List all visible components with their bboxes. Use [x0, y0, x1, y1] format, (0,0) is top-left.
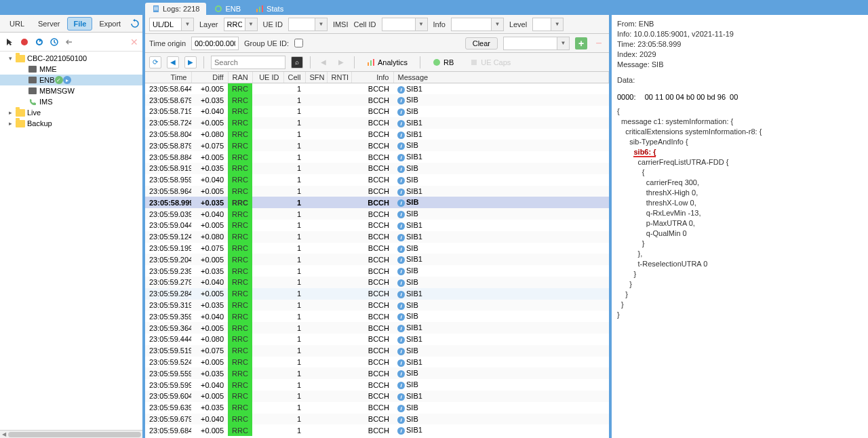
tree-toggle-icon[interactable]: ▾: [7, 55, 14, 62]
log-row[interactable]: 23:05:59.124+0.080RRC1BCCHiSIB1: [145, 231, 609, 243]
rb-button[interactable]: RB: [427, 57, 459, 68]
log-row[interactable]: 23:05:59.279+0.040RRC1BCCHiSIB: [145, 277, 609, 288]
nav-up-icon[interactable]: ⟳: [149, 56, 161, 68]
log-row[interactable]: 23:05:58.999+0.035RRC1BCCHiSIB: [145, 197, 609, 208]
tree-label: IMS: [39, 98, 53, 106]
chevron-down-icon[interactable]: ▼: [492, 18, 504, 31]
log-row[interactable]: 23:05:59.359+0.040RRC1BCCHiSIB: [145, 311, 609, 322]
tree-toggle-icon[interactable]: ▸: [7, 120, 14, 127]
log-row[interactable]: 23:05:58.964+0.005RRC1BCCHiSIB1: [145, 186, 609, 197]
log-row[interactable]: 23:05:58.644+0.005RRC1BCCHiSIB1: [145, 83, 609, 95]
record-icon[interactable]: [19, 37, 30, 47]
log-row[interactable]: 23:05:59.519+0.075RRC1BCCHiSIB: [145, 345, 609, 357]
log-row[interactable]: 23:05:59.684+0.005RRC1BCCHiSIB1: [145, 424, 609, 436]
log-row[interactable]: 23:05:59.204+0.005RRC1BCCHiSIB1: [145, 254, 609, 265]
chevron-down-icon[interactable]: ▼: [416, 18, 428, 31]
add-filter-button[interactable]: +: [575, 37, 587, 49]
log-row[interactable]: 23:05:59.559+0.035RRC1BCCHiSIB: [145, 367, 609, 379]
log-row[interactable]: 23:05:59.604+0.005RRC1BCCHiSIB1: [145, 391, 609, 402]
log-row[interactable]: 23:05:59.039+0.040RRC1BCCHiSIB: [145, 208, 609, 220]
server-button[interactable]: Server: [32, 17, 66, 31]
tab-enb[interactable]: ENB: [208, 3, 248, 15]
analytics-button[interactable]: Analytics: [361, 57, 413, 68]
nav-prev-icon[interactable]: ◀: [167, 56, 179, 68]
layer-combo[interactable]: ▼: [224, 18, 258, 31]
tab-logs[interactable]: Logs: 2218: [145, 3, 206, 15]
tab-stats[interactable]: Stats: [249, 3, 290, 15]
tree-node-mme[interactable]: MME: [0, 64, 142, 75]
tree-node-cbc-2021050100[interactable]: ▾CBC-2021050100: [0, 53, 142, 64]
col-cell[interactable]: Cell: [283, 72, 305, 83]
log-row[interactable]: 23:05:58.679+0.035RRC1BCCHiSIB: [145, 94, 609, 106]
clear-icon[interactable]: [64, 37, 75, 47]
log-row[interactable]: 23:05:59.444+0.080RRC1BCCHiSIB1: [145, 334, 609, 345]
log-row[interactable]: 23:05:59.679+0.040RRC1BCCHiSIB: [145, 414, 609, 425]
uecaps-button[interactable]: UE Caps: [465, 57, 516, 68]
col-rnti[interactable]: RNTI: [327, 72, 351, 83]
col-diff[interactable]: Diff: [191, 72, 228, 83]
log-row[interactable]: 23:05:59.319+0.035RRC1BCCHiSIB: [145, 300, 609, 311]
col-info[interactable]: Info: [351, 72, 393, 83]
log-row[interactable]: 23:05:58.919+0.035RRC1BCCHiSIB: [145, 163, 609, 174]
log-row[interactable]: 23:05:58.719+0.040RRC1BCCHiSIB: [145, 106, 609, 117]
col-sfn[interactable]: SFN: [305, 72, 327, 83]
chevron-down-icon[interactable]: ▼: [245, 18, 258, 31]
chevron-down-icon[interactable]: ▼: [182, 18, 194, 31]
find-next-icon[interactable]: ▶: [335, 56, 347, 68]
file-button[interactable]: File: [67, 17, 92, 31]
log-row[interactable]: 23:05:59.284+0.005RRC1BCCHiSIB1: [145, 288, 609, 300]
refresh-icon: [214, 5, 222, 13]
tree-node-live[interactable]: ▸Live: [0, 107, 142, 118]
info-icon: i: [397, 188, 405, 196]
tree-node-mbmsgw[interactable]: MBMSGW: [0, 85, 142, 96]
log-row[interactable]: 23:05:58.804+0.080RRC1BCCHiSIB1: [145, 129, 609, 140]
filter-slot-combo[interactable]: ▼: [503, 37, 570, 50]
log-row[interactable]: 23:05:59.599+0.040RRC1BCCHiSIB: [145, 379, 609, 391]
log-row[interactable]: 23:05:59.639+0.035RRC1BCCHiSIB: [145, 402, 609, 414]
refresh-icon[interactable]: [130, 18, 140, 29]
log-row[interactable]: 23:05:59.524+0.005RRC1BCCHiSIB1: [145, 357, 609, 368]
restart-icon[interactable]: [34, 37, 45, 47]
url-button[interactable]: URL: [3, 17, 31, 31]
tree-scrollbar[interactable]: ◀ ▶: [0, 430, 142, 438]
log-row[interactable]: 23:05:59.239+0.035RRC1BCCHiSIB: [145, 265, 609, 277]
col-message[interactable]: Message: [393, 72, 609, 83]
cellid-combo[interactable]: ▼: [382, 18, 428, 31]
close-icon[interactable]: ✕: [130, 37, 138, 47]
tree-node-enb[interactable]: ENB ✓ ▸: [0, 75, 142, 85]
time-origin-input[interactable]: [191, 37, 239, 50]
nav-next-icon[interactable]: ▶: [184, 56, 197, 68]
col-time[interactable]: Time: [145, 72, 191, 83]
info-combo[interactable]: ▼: [451, 18, 504, 31]
log-row[interactable]: 23:05:59.364+0.005RRC1BCCHiSIB1: [145, 322, 609, 334]
col-ue-id[interactable]: UE ID: [252, 72, 283, 83]
log-row[interactable]: 23:05:58.884+0.005RRC1BCCHiSIB1: [145, 151, 609, 163]
scroll-left-icon[interactable]: ◀: [0, 431, 8, 437]
tree-node-backup[interactable]: ▸Backup: [0, 118, 142, 129]
find-prev-icon[interactable]: ◀: [317, 56, 330, 68]
chevron-down-icon[interactable]: ▼: [315, 18, 328, 31]
group-ueid-checkbox[interactable]: [294, 39, 303, 47]
log-row[interactable]: 23:05:58.879+0.075RRC1BCCHiSIB: [145, 140, 609, 151]
log-row[interactable]: 23:05:58.724+0.005RRC1BCCHiSIB1: [145, 117, 609, 129]
chevron-down-icon[interactable]: ▼: [557, 37, 570, 50]
phone-icon: [27, 97, 38, 106]
ueid-combo[interactable]: ▼: [288, 18, 328, 31]
log-row[interactable]: 23:05:59.199+0.075RRC1BCCHiSIB: [145, 243, 609, 254]
remove-filter-button[interactable]: −: [593, 37, 605, 49]
log-row[interactable]: 23:05:58.959+0.040RRC1BCCHiSIB: [145, 174, 609, 186]
clear-button[interactable]: Clear: [465, 37, 498, 49]
uldl-combo[interactable]: ▼: [149, 18, 194, 31]
info-icon: i: [397, 336, 405, 344]
export-button[interactable]: Export: [93, 17, 127, 31]
chevron-down-icon[interactable]: ▼: [551, 18, 564, 31]
clock-icon[interactable]: [49, 37, 60, 47]
col-ran[interactable]: RAN: [228, 72, 252, 83]
binoculars-icon[interactable]: ⌕: [291, 56, 303, 68]
cursor-icon[interactable]: [4, 37, 15, 47]
level-combo[interactable]: ▼: [532, 18, 564, 31]
log-row[interactable]: 23:05:59.044+0.005RRC1BCCHiSIB1: [145, 220, 609, 231]
tree-toggle-icon[interactable]: ▸: [7, 109, 14, 116]
search-input[interactable]: [211, 56, 285, 69]
tree-node-ims[interactable]: IMS: [0, 96, 142, 107]
